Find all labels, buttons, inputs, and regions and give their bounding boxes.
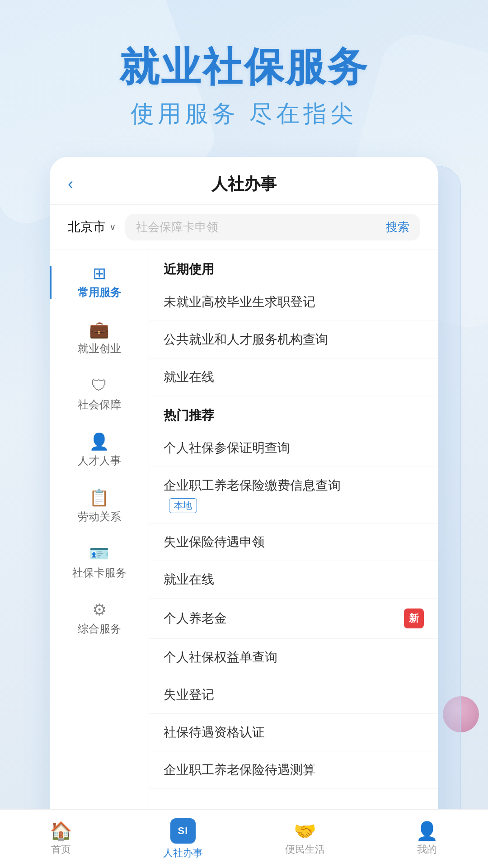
main-content: ⊞ 常用服务 💼 就业创业 🛡 社会保障 👤 人才人事 📋 劳动关系 xyxy=(50,250,438,848)
sidebar: ⊞ 常用服务 💼 就业创业 🛡 社会保障 👤 人才人事 📋 劳动关系 xyxy=(50,250,149,848)
nav-label-mine: 我的 xyxy=(417,843,437,856)
item-text: 企业职工养老保险待遇测算 xyxy=(164,761,315,778)
phone-card-wrapper: ‹ 人社办事 北京市 ∨ 社会保障卡申领 搜索 ⊞ 常用服务 xyxy=(0,157,488,866)
list-item[interactable]: 公共就业和人才服务机构查询 xyxy=(149,321,438,359)
sidebar-item-common[interactable]: ⊞ 常用服务 xyxy=(50,255,149,311)
search-placeholder: 社会保障卡申领 xyxy=(136,219,380,235)
sidebar-item-social[interactable]: 🛡 社会保障 xyxy=(50,367,149,423)
nav-item-mine[interactable]: 👤 我的 xyxy=(395,822,459,856)
sidebar-label-social: 社会保障 xyxy=(78,397,121,412)
item-text: 失业登记 xyxy=(164,686,214,703)
sidebar-label-employment: 就业创业 xyxy=(78,341,121,356)
list-item[interactable]: 企业职工养老保险缴费信息查询 本地 xyxy=(149,467,438,524)
item-text: 就业在线 xyxy=(164,368,214,386)
hero-subtitle: 使用服务 尽在指尖 xyxy=(27,98,461,130)
sidebar-label-card: 社保卡服务 xyxy=(72,566,127,580)
item-text: 企业职工养老保险缴费信息查询 xyxy=(164,477,341,494)
list-item[interactable]: 个人养老金 新 xyxy=(149,599,438,639)
handshake-icon: 🤝 xyxy=(294,822,316,840)
list-item[interactable]: 个人社保参保证明查询 xyxy=(149,429,438,467)
list-item[interactable]: 未就业高校毕业生求职登记 xyxy=(149,283,438,321)
item-text: 失业保险待遇申领 xyxy=(164,533,265,551)
back-button[interactable]: ‹ xyxy=(68,175,73,193)
person-icon: 👤 xyxy=(89,434,109,450)
item-with-tag: 企业职工养老保险缴费信息查询 本地 xyxy=(164,477,341,513)
sidebar-item-labor[interactable]: 📋 劳动关系 xyxy=(50,479,149,535)
si-text: SI xyxy=(178,825,188,837)
phone-header: ‹ 人社办事 xyxy=(50,157,438,205)
search-bar: 北京市 ∨ 社会保障卡申领 搜索 xyxy=(50,205,438,250)
briefcase-icon: 💼 xyxy=(89,321,109,338)
list-item[interactable]: 企业职工养老保险待遇测算 xyxy=(149,751,438,789)
hero-section: 就业社保服务 使用服务 尽在指尖 xyxy=(0,0,488,157)
list-item[interactable]: 个人社保权益单查询 xyxy=(149,639,438,676)
sidebar-item-general[interactable]: ⚙ 综合服务 xyxy=(50,591,149,647)
sidebar-label-labor: 劳动关系 xyxy=(78,509,121,524)
sidebar-item-employment[interactable]: 💼 就业创业 xyxy=(50,311,149,367)
item-text-line: 企业职工养老保险缴费信息查询 xyxy=(164,477,341,494)
gear-icon: ⚙ xyxy=(92,602,107,618)
nav-label-rshr: 人社办事 xyxy=(163,846,203,860)
section-header-recent: 近期使用 xyxy=(149,250,438,283)
si-badge: SI xyxy=(170,818,196,844)
list-item[interactable]: 社保待遇资格认证 xyxy=(149,714,438,751)
home-icon: 🏠 xyxy=(50,822,72,840)
card-icon: 🪪 xyxy=(89,546,109,562)
city-label: 北京市 xyxy=(68,218,106,236)
page-title: 人社办事 xyxy=(211,173,277,195)
item-text: 公共就业和人才服务机构查询 xyxy=(164,331,328,348)
nav-item-rshr[interactable]: SI 人社办事 xyxy=(151,818,215,860)
section-title-hot: 热门推荐 xyxy=(164,407,424,424)
search-input-wrap[interactable]: 社会保障卡申领 搜索 xyxy=(125,214,420,241)
item-text: 个人社保权益单查询 xyxy=(164,649,277,666)
nav-label-convenience: 便民生活 xyxy=(285,843,325,856)
item-text: 个人养老金 xyxy=(164,610,227,627)
list-item[interactable]: 就业在线 xyxy=(149,561,438,599)
sidebar-label-general: 综合服务 xyxy=(78,622,121,636)
hero-title: 就业社保服务 xyxy=(27,45,461,89)
chevron-down-icon: ∨ xyxy=(109,222,116,232)
shield-icon: 🛡 xyxy=(91,377,108,394)
item-text: 就业在线 xyxy=(164,571,214,588)
item-text: 未就业高校毕业生求职登记 xyxy=(164,293,315,311)
list-item[interactable]: 失业保险待遇申领 xyxy=(149,524,438,561)
nav-label-home: 首页 xyxy=(51,843,71,856)
content-panel: 近期使用 未就业高校毕业生求职登记 公共就业和人才服务机构查询 就业在线 热门推… xyxy=(149,250,438,848)
nav-item-convenience[interactable]: 🤝 便民生活 xyxy=(273,822,337,856)
item-text: 个人社保参保证明查询 xyxy=(164,439,290,457)
sidebar-item-card[interactable]: 🪪 社保卡服务 xyxy=(50,535,149,591)
sidebar-label-common: 常用服务 xyxy=(78,285,121,300)
nav-item-home[interactable]: 🏠 首页 xyxy=(29,822,93,856)
section-title-recent: 近期使用 xyxy=(164,261,424,278)
section-header-hot: 热门推荐 xyxy=(149,396,438,429)
sidebar-item-talent[interactable]: 👤 人才人事 xyxy=(50,423,149,479)
grid-icon: ⊞ xyxy=(93,265,106,282)
sidebar-label-talent: 人才人事 xyxy=(78,453,121,468)
bottom-nav: 🏠 首页 SI 人社办事 🤝 便民生活 👤 我的 xyxy=(0,809,488,868)
list-item[interactable]: 失业登记 xyxy=(149,676,438,714)
list-item[interactable]: 就业在线 xyxy=(149,359,438,396)
city-selector[interactable]: 北京市 ∨ xyxy=(68,218,116,236)
item-text: 社保待遇资格认证 xyxy=(164,724,265,741)
person-nav-icon: 👤 xyxy=(416,822,438,840)
local-tag: 本地 xyxy=(169,498,197,513)
document-icon: 📋 xyxy=(89,490,109,506)
search-button[interactable]: 搜索 xyxy=(386,219,409,235)
phone-card: ‹ 人社办事 北京市 ∨ 社会保障卡申领 搜索 ⊞ 常用服务 xyxy=(50,157,438,848)
tag-row: 本地 xyxy=(164,498,341,513)
new-badge: 新 xyxy=(404,609,424,628)
